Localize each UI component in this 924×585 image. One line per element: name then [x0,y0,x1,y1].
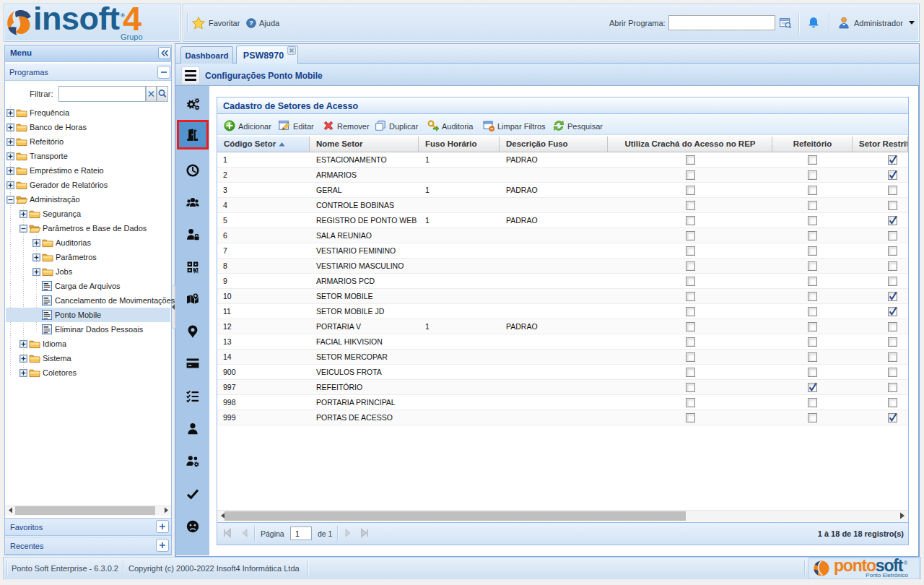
svg-text:?: ? [249,19,253,27]
